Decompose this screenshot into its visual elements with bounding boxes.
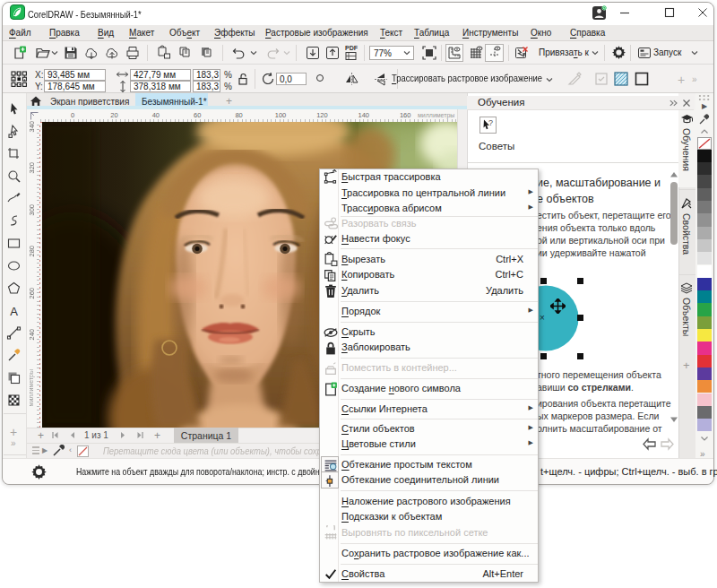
svg-text:А: А — [10, 304, 18, 317]
svg-text:?: ? — [488, 118, 493, 127]
